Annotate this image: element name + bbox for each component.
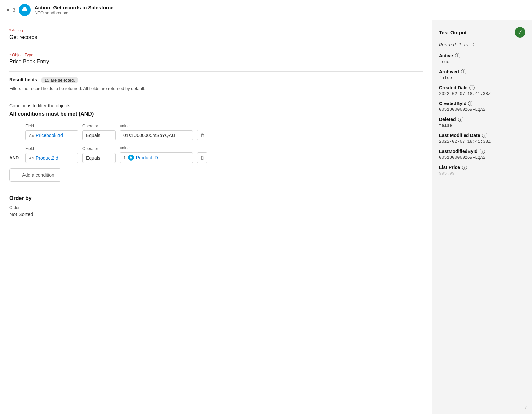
output-field-value-created-by-id: 0051U0000026WFLQA2 [439,107,525,112]
result-fields-desc: Filters the record fields to be returned… [9,86,423,91]
object-type-label: * Object Type [9,53,423,57]
success-check-icon: ✓ [515,27,525,38]
action-field-value: Get records [9,34,423,40]
order-by-title: Order by [9,195,423,201]
info-icon-created-date[interactable]: i [469,85,475,90]
action-title: Action: Get records in Salesforce [35,5,114,10]
delete-condition-2[interactable]: 🗑 [197,152,207,163]
step-number: 3 [13,7,15,13]
output-field-last-modified-date: Last Modified Date i 2022-02-07T18:41:38… [439,133,525,144]
operator-box-1[interactable]: Equals [82,130,116,140]
test-output-header: Test Output ✓ [439,27,525,38]
value-col-label-2: Value [120,146,193,150]
action-field-label: * Action [9,28,423,33]
action-header: ▾ 3 Action: Get records in Salesforce NT… [0,0,532,20]
order-value: Not Sorted [9,211,423,217]
output-field-name-last-modified-by-id: LastModifiedById i [439,149,525,154]
output-field-active: Active i true [439,53,525,64]
field-link-1[interactable]: Pricebook2Id [36,133,63,138]
condition-row-2: AND Field Aa Product2Id Operator Equals … [9,146,423,163]
field-box-1[interactable]: Aa Pricebook2Id [25,130,78,140]
info-icon-list-price[interactable]: i [462,165,467,170]
info-icon-created-by-id[interactable]: i [468,101,473,106]
output-field-name-list-price: List Price i [439,165,525,170]
output-field-created-by-id: CreatedById i 0051U0000026WFLQA2 [439,101,525,112]
output-field-value-created-date: 2022-02-07T18:41:38Z [439,91,525,96]
left-panel: * Action Get records * Object Type Price… [0,20,432,414]
order-label: Order [9,205,423,210]
value-box-1[interactable]: 01s1U000005mSpYQAU [120,130,193,140]
header-text-group: Action: Get records in Salesforce NTO sa… [35,5,114,15]
operator-group-2: Operator Equals [82,146,116,163]
conditions-logic: All conditions must be met (AND) [9,111,423,117]
divider-2 [9,71,423,72]
output-field-deleted: Deleted i false [439,117,525,128]
field-type-icon-1: Aa [29,133,34,137]
info-icon-archived[interactable]: i [461,69,466,74]
output-field-name-deleted: Deleted i [439,117,525,122]
expand-icon: ⤢ [524,405,528,410]
value-box-2[interactable]: 1 Product ID [120,152,193,163]
action-subtitle: NTO sandbox org [35,10,114,15]
field-group-2: Field Aa Product2Id [25,146,78,163]
value-prefix-2: 1 [123,155,126,160]
collapse-chevron[interactable]: ▾ [7,7,9,13]
value-col-label-1: Value [120,124,193,128]
delete-condition-1[interactable]: 🗑 [197,130,207,140]
result-fields-badge[interactable]: 15 are selected. [41,77,78,83]
output-field-created-date: Created Date i 2022-02-07T18:41:38Z [439,85,525,96]
and-label-2: AND [9,155,21,163]
field-group-1: Field Aa Pricebook2Id [25,124,78,140]
add-condition-label: Add a condition [22,172,54,178]
output-field-name-active: Active i [439,53,525,58]
output-field-name-last-modified-date: Last Modified Date i [439,133,525,138]
divider-4 [9,187,423,187]
divider-3 [9,98,423,98]
result-fields-label: Result fields [9,77,37,82]
output-field-value-last-modified-date: 2022-02-07T18:41:38Z [439,139,525,144]
operator-group-1: Operator Equals [82,124,116,140]
output-field-value-active: true [439,59,525,64]
info-icon-last-modified-date[interactable]: i [482,133,487,138]
salesforce-logo [19,4,31,16]
plus-icon: + [16,172,19,178]
output-field-name-created-date: Created Date i [439,85,525,90]
field-col-label-1: Field [25,124,78,128]
output-field-value-archived: false [439,75,525,80]
sf-logo-value-2 [128,155,134,161]
condition-row-1: Field Aa Pricebook2Id Operator Equals Va… [9,124,423,140]
record-label: Record 1 of 1 [439,42,525,48]
output-field-name-archived: Archived i [439,69,525,74]
operator-col-label-2: Operator [82,146,116,151]
field-col-label-2: Field [25,146,78,151]
value-group-1: Value 01s1U000005mSpYQAU [120,124,193,140]
output-field-value-list-price: 995.99 [439,171,525,176]
expand-panel-button[interactable]: ⤢ [524,405,528,410]
operator-col-label-1: Operator [82,124,116,128]
info-icon-active[interactable]: i [455,53,460,58]
result-fields-row: Result fields 15 are selected. [9,77,423,83]
value-group-2: Value 1 Product ID [120,146,193,163]
conditions-title: Conditions to filter the objects [9,103,423,108]
output-field-name-created-by-id: CreatedById i [439,101,525,106]
trash-icon-1: 🗑 [200,133,204,138]
info-icon-deleted[interactable]: i [458,117,463,122]
output-field-archived: Archived i false [439,69,525,80]
check-mark: ✓ [518,29,523,36]
output-field-last-modified-by-id: LastModifiedById i 0051U0000026WFLQA2 [439,149,525,160]
right-panel: Test Output ✓ Record 1 of 1 Active i tru… [432,20,532,414]
test-output-title: Test Output [439,30,466,35]
field-type-icon-2: Aa [29,156,34,160]
object-type-value: Price Book Entry [9,59,423,65]
operator-box-2[interactable]: Equals [82,153,116,163]
output-field-value-last-modified-by-id: 0051U0000026WFLQA2 [439,155,525,160]
divider-1 [9,47,423,47]
info-icon-last-modified-by-id[interactable]: i [480,149,485,154]
field-box-2[interactable]: Aa Product2Id [25,153,78,163]
field-link-2[interactable]: Product2Id [36,155,58,161]
value-link-2[interactable]: Product ID [136,155,158,160]
add-condition-button[interactable]: + Add a condition [9,168,61,182]
output-field-list-price: List Price i 995.99 [439,165,525,176]
trash-icon-2: 🗑 [200,155,204,160]
output-field-value-deleted: false [439,123,525,128]
